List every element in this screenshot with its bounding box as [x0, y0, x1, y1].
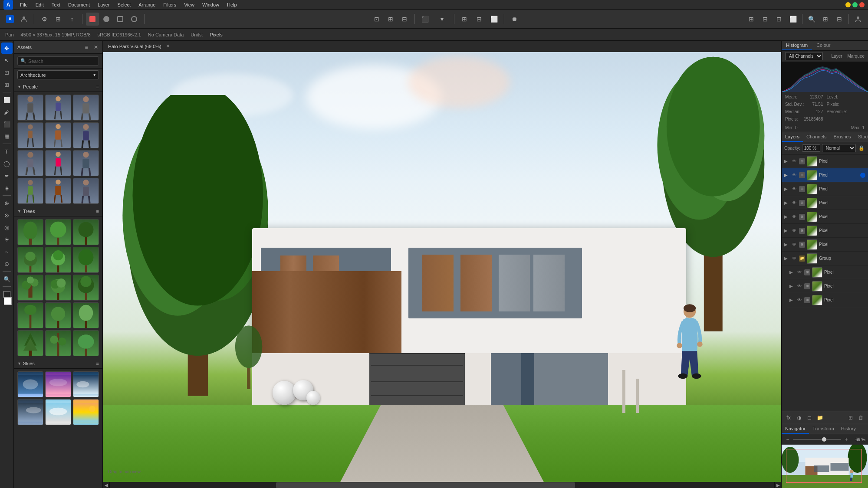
toolbar-view3-btn[interactable]: ⬜	[487, 13, 500, 26]
tree-asset-3[interactable]	[73, 219, 99, 245]
tool-node[interactable]: ◈	[1, 182, 13, 193]
sky-asset-6[interactable]	[73, 399, 99, 425]
layer-expand-3[interactable]: ▶	[784, 187, 789, 191]
toolbar-r3-btn[interactable]: ⊡	[773, 13, 786, 26]
tree-asset-4[interactable]	[17, 247, 43, 273]
layer-vis-3[interactable]: 👁	[791, 186, 797, 192]
tool-text[interactable]: T	[1, 146, 13, 157]
tool-move[interactable]: ✥	[1, 43, 13, 54]
layer-vis-5[interactable]: 👁	[791, 214, 797, 220]
menu-layer[interactable]: Layer	[94, 1, 113, 8]
tree-asset-15[interactable]	[73, 330, 99, 356]
layers-tab[interactable]: Layers	[782, 132, 803, 142]
layer-vis-8[interactable]: 👁	[796, 269, 802, 275]
toolbar-view-dropdown[interactable]: ▾	[433, 13, 450, 26]
tree-asset-9[interactable]	[73, 275, 99, 301]
tool-blur[interactable]: ◎	[1, 222, 13, 233]
person-asset-6[interactable]	[73, 122, 99, 148]
nav-zoom-thumb[interactable]	[822, 437, 826, 442]
person-asset-9[interactable]	[73, 150, 99, 176]
layer-row-3[interactable]: ▶ 👁 ⊞ Pixel	[782, 182, 868, 196]
sky-asset-1[interactable]	[17, 371, 43, 397]
toolbar-color3-btn[interactable]	[114, 13, 127, 26]
person-asset-3[interactable]	[73, 95, 99, 121]
layers-duplicate-btn[interactable]: ⊞	[846, 413, 855, 422]
toolbar-grid2-btn[interactable]: ⊞	[384, 13, 397, 26]
nav-zoom-minus-btn[interactable]: −	[784, 436, 791, 443]
layer-expand-9[interactable]: ▶	[789, 284, 795, 288]
tool-gradient[interactable]: ▦	[1, 131, 13, 142]
menu-text[interactable]: Text	[48, 1, 64, 8]
minimize-button[interactable]	[845, 2, 851, 7]
person-asset-11[interactable]	[45, 178, 71, 204]
layer-vis-4[interactable]: 👁	[791, 200, 797, 206]
layer-vis-9[interactable]: 👁	[796, 283, 802, 289]
history-tab[interactable]: History	[838, 424, 859, 434]
menu-filters[interactable]: Filters	[160, 1, 180, 8]
canvas-viewport[interactable]: Drag to pan view.	[103, 52, 781, 482]
layers-lock-btn[interactable]: 🔒	[858, 144, 865, 152]
person-asset-1[interactable]	[17, 95, 43, 121]
tool-crop[interactable]: ⊡	[1, 67, 13, 78]
toolbar-r5-btn[interactable]: 🔍	[805, 13, 818, 26]
layer-row-5[interactable]: ▶ 👁 ⊞ Pixel	[782, 210, 868, 224]
people-section-menu[interactable]: ≡	[96, 84, 99, 89]
tool-shape[interactable]: ◯	[1, 158, 13, 169]
menu-view[interactable]: View	[181, 1, 198, 8]
tree-asset-1[interactable]	[17, 219, 43, 245]
tree-asset-8[interactable]	[45, 275, 71, 301]
tool-zoom[interactable]: 🔍	[1, 273, 13, 285]
tree-asset-10[interactable]	[17, 302, 43, 328]
layer-expand-6[interactable]: ▶	[784, 228, 789, 233]
colour-tab[interactable]: Colour	[812, 41, 835, 50]
background-color[interactable]	[4, 297, 12, 305]
person-asset-7[interactable]	[17, 150, 43, 176]
layer-expand-4[interactable]: ▶	[784, 200, 789, 205]
skies-section-menu[interactable]: ≡	[96, 361, 99, 366]
assets-menu-btn[interactable]: ≡	[82, 43, 90, 51]
layer-vis-7[interactable]: 👁	[791, 242, 797, 248]
nav-zoom-slider[interactable]	[793, 439, 841, 440]
toolbar-affinity-btn[interactable]: A	[3, 13, 16, 26]
tool-healing[interactable]: ⊕	[1, 197, 13, 209]
menu-window[interactable]: Window	[199, 1, 223, 8]
tree-asset-12[interactable]	[73, 302, 99, 328]
layer-expand-10[interactable]: ▶	[789, 298, 795, 302]
close-button[interactable]	[859, 2, 865, 7]
tool-selection[interactable]: ⬜	[1, 94, 13, 105]
layers-group-btn[interactable]: 📁	[815, 413, 824, 422]
tree-asset-5[interactable]	[45, 247, 71, 273]
menu-select[interactable]: Select	[114, 1, 135, 8]
toolbar-r4-btn[interactable]: ⬜	[786, 13, 799, 26]
layers-delete-btn[interactable]: 🗑	[857, 413, 865, 422]
toolbar-r6-btn[interactable]: ⊞	[819, 13, 832, 26]
skies-section-header[interactable]: ▼ Skies ≡	[14, 359, 102, 369]
menu-arrange[interactable]: Arrange	[135, 1, 159, 8]
tree-asset-7[interactable]	[17, 275, 43, 301]
toolbar-settings-btn[interactable]: ⚙	[38, 13, 51, 26]
tool-transform[interactable]: ⊞	[1, 79, 13, 90]
sky-asset-4[interactable]	[17, 399, 43, 425]
tool-smudge[interactable]: ~	[1, 246, 13, 257]
assets-search-input[interactable]	[28, 59, 96, 64]
toolbar-adjust-btn[interactable]: ⊞	[52, 13, 65, 26]
h-scroll-thumb[interactable]	[276, 482, 575, 488]
h-scroll-track[interactable]	[110, 482, 774, 488]
toolbar-r7-btn[interactable]: ⊟	[833, 13, 846, 26]
toolbar-grid3-btn[interactable]: ⊟	[398, 13, 411, 26]
units-value[interactable]: Pixels	[210, 32, 222, 37]
navigator-tab[interactable]: Navigator	[782, 424, 809, 434]
toolbar-frame-btn[interactable]: ⬛	[418, 13, 431, 26]
tree-asset-14[interactable]	[45, 330, 71, 356]
layer-vis-group[interactable]: 👁	[791, 255, 797, 262]
menu-file[interactable]: File	[16, 1, 31, 8]
toolbar-user-btn[interactable]	[852, 13, 865, 26]
toolbar-export-btn[interactable]: ↑	[66, 13, 79, 26]
stock-tab[interactable]: Stock	[855, 132, 868, 142]
layer-row-9[interactable]: ▶ 👁 ⊞ Pixel	[787, 279, 868, 293]
tree-asset-13[interactable]	[17, 330, 43, 356]
tree-asset-6[interactable]	[73, 247, 99, 273]
tool-dodge[interactable]: ☀	[1, 234, 13, 245]
tree-asset-2[interactable]	[45, 219, 71, 245]
opacity-input[interactable]	[802, 144, 820, 152]
